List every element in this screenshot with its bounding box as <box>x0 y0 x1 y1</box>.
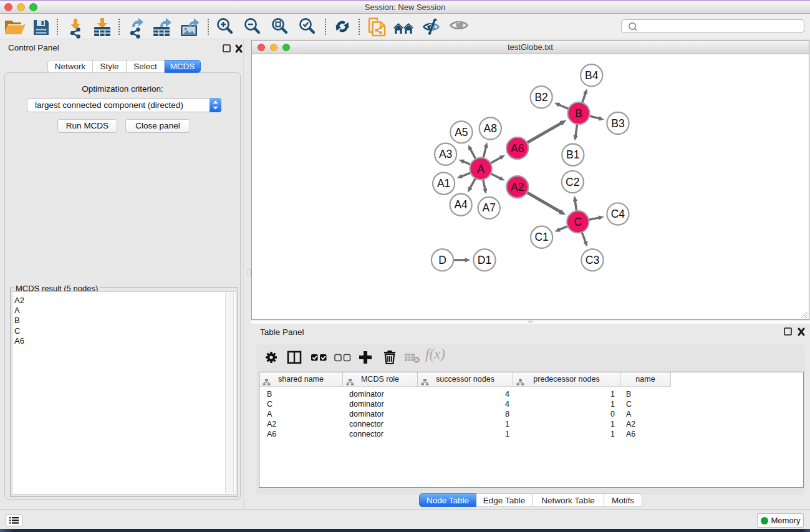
svg-text:A: A <box>477 163 485 175</box>
svg-text:C3: C3 <box>586 254 599 266</box>
svg-text:A2: A2 <box>511 181 524 193</box>
svg-text:B4: B4 <box>585 69 599 82</box>
svg-text:C2: C2 <box>566 176 579 188</box>
svg-text:C: C <box>574 216 582 228</box>
svg-text:B1: B1 <box>566 148 579 161</box>
svg-text:A1: A1 <box>437 177 450 190</box>
svg-text:A5: A5 <box>455 126 468 138</box>
svg-text:A8: A8 <box>484 122 497 135</box>
svg-text:A3: A3 <box>439 148 452 160</box>
svg-text:A6: A6 <box>511 142 524 155</box>
svg-text:B: B <box>575 107 582 120</box>
svg-text:B2: B2 <box>534 91 547 104</box>
svg-text:C1: C1 <box>534 231 548 243</box>
svg-text:D1: D1 <box>478 254 491 266</box>
svg-text:A7: A7 <box>482 201 495 214</box>
svg-text:B3: B3 <box>611 117 624 130</box>
svg-text:A4: A4 <box>454 198 468 211</box>
svg-text:D: D <box>438 254 446 266</box>
svg-text:C4: C4 <box>611 208 625 220</box>
